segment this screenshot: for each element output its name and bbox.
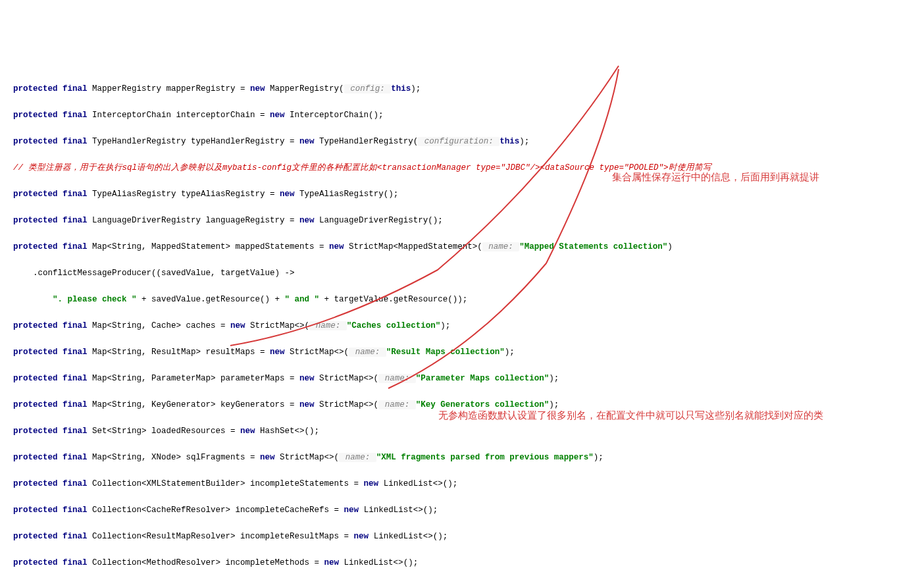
code-line: .conflictMessageProducer((savedValue, ta… [13, 267, 924, 280]
code-line: protected final MapperRegistry mapperReg… [13, 82, 924, 95]
code-line: protected final InterceptorChain interce… [13, 109, 924, 122]
code-line: protected final Map<String, XNode> sqlFr… [13, 451, 924, 464]
code-line: protected final TypeAliasRegistry typeAl… [13, 188, 924, 201]
code-line: protected final Map<String, ResultMap> r… [13, 346, 924, 359]
code-line: protected final Collection<ResultMapReso… [13, 530, 924, 543]
code-line: protected final Collection<MethodResolve… [13, 556, 924, 569]
code-block: protected final MapperRegistry mapperReg… [0, 53, 924, 572]
code-line: protected final Map<String, Cache> cache… [13, 319, 924, 332]
code-line: protected final LanguageDriverRegistry l… [13, 214, 924, 227]
code-line: protected final Map<String, ParameterMap… [13, 372, 924, 385]
code-line: ". please check " + savedValue.getResour… [13, 293, 924, 306]
code-line: protected final TypeHandlerRegistry type… [13, 135, 924, 148]
code-line: protected final Collection<XMLStatementB… [13, 477, 924, 490]
annotation-top: 集合属性保存运行中的信息，后面用到再就提讲 [612, 170, 902, 184]
code-line: protected final Collection<CacheRefResol… [13, 504, 924, 517]
annotation-bottom: 无参构造函数默认设置了很多别名，在配置文件中就可以只写这些别名就能找到对应的类 [438, 408, 912, 423]
code-line: protected final Map<String, MappedStatem… [13, 240, 924, 253]
code-line: protected final Set<String> loadedResour… [13, 425, 924, 438]
